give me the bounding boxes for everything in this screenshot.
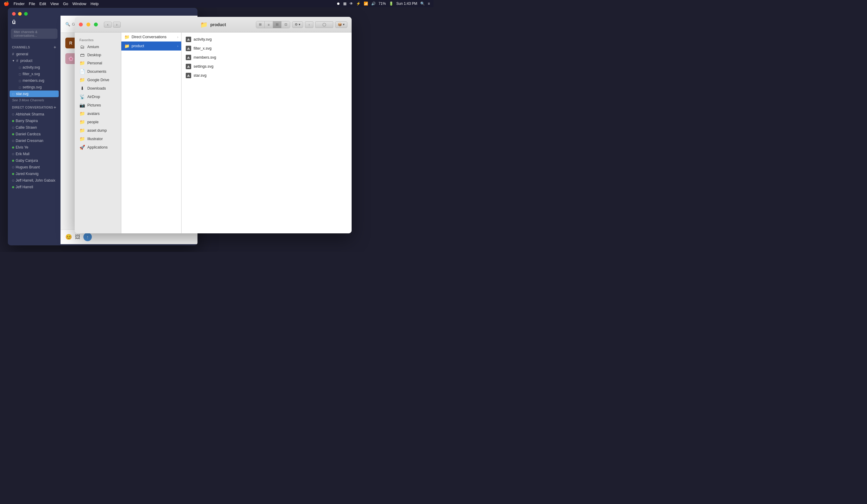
send-button[interactable]: ↑ [83,233,92,241]
menubar-go[interactable]: Go [63,1,68,6]
sidebar-item-label: Gaby Canjura [16,158,38,163]
volume-icon: 🔊 [371,1,376,6]
sidebar-item-label: asset dump [87,128,107,133]
sidebar-item-activity-svg[interactable]: ◻ activity.svg [8,64,61,71]
menubar-view[interactable]: View [50,1,59,6]
sidebar-item-airdrop[interactable]: 📡 AirDrop [75,92,121,101]
battery-label: 71% [379,1,386,6]
add-direct-button[interactable]: + [54,105,56,110]
sidebar-item-daniel-c[interactable]: Daniel Cardoza [8,131,61,138]
sidebar-item-jared[interactable]: Jared Kvanvig [8,171,61,177]
finder-close-button[interactable] [79,23,83,26]
sidebar-item-daniel-cr[interactable]: Daniel Cressman [8,138,61,144]
sidebar-item-amium[interactable]: 🗂 Amium [75,43,121,51]
battery-icon: 🔋 [389,1,394,6]
direct-label: DIRECT CONVERSATIONS [12,106,53,109]
list-view-button[interactable]: ≡ [265,21,273,28]
emoji-button[interactable]: 😊 [65,234,72,240]
dropbox-chevron-icon: ▾ [343,23,345,26]
attach-button[interactable]: 🖼 [75,234,81,240]
sidebar-item-illustrator[interactable]: 📁 Illustrator [75,135,121,143]
folder-icon: 📁 [79,77,85,83]
online-status-icon [12,120,14,122]
sort-btn-label: ▾ [299,23,300,26]
finder-forward-button[interactable]: › [113,22,121,28]
svg-file-icon [186,55,191,60]
finder-favorites-sidebar: Favorites 🗂 Amium 🗃 Desktop 📁 Personal 📄… [75,32,121,233]
sidebar-item-people[interactable]: 📁 people [75,118,121,126]
sidebar-item-barry[interactable]: Barry Shapira [8,118,61,124]
dropbox-button[interactable]: 📦 ▾ [335,21,347,28]
minimize-button[interactable] [18,12,22,15]
close-button[interactable] [12,12,16,15]
col-item-direct-conversations[interactable]: 📁 Direct Conversations › [121,32,181,42]
sidebar-item-general[interactable]: # general [8,51,61,57]
search-icon[interactable]: 🔍 [420,1,425,6]
icon-view-button[interactable]: ⊞ [256,21,265,28]
sidebar-item-members-svg[interactable]: ◻ members.svg [8,77,61,84]
menubar-window[interactable]: Window [73,1,86,6]
sidebar-item-hugues[interactable]: Hugues Bruant [8,164,61,171]
sidebar-item-googledrive[interactable]: 📁 Google Drive [75,76,121,84]
sidebar-item-erik[interactable]: Erik Mall [8,151,61,157]
finder-maximize-button[interactable] [94,23,98,26]
sidebar-item-documents[interactable]: 📄 Documents [75,67,121,76]
file-item-members[interactable]: members.svg [182,53,352,62]
sidebar-item-label: Barry Shapira [16,119,38,123]
finder-columns: 📁 Direct Conversations › 📁 product › [121,32,352,233]
sidebar-item-label: people [87,120,99,124]
file-item-filter-x[interactable]: filter_x.svg [182,44,352,53]
file-icon: ◻ [19,86,21,89]
add-channel-button[interactable]: + [54,45,56,50]
finder-minimize-button[interactable] [86,23,90,26]
apple-logo-icon[interactable]: 🍎 [3,1,9,6]
offline-status-icon [12,166,14,168]
sidebar-item-jeff-john[interactable]: Jeff Harrell, John Gabaix [8,177,61,184]
sidebar-item-desktop[interactable]: 🗃 Desktop [75,51,121,59]
filter-search[interactable]: filter channels & conversations... [11,29,57,39]
file-item-activity[interactable]: activity.svg [182,35,352,44]
menubar-help[interactable]: Help [90,1,99,6]
column-view-button[interactable]: ⊟ [273,21,281,28]
sidebar-item-personal[interactable]: 📁 Personal [75,59,121,67]
sidebar-item-label: Desktop [87,53,101,57]
sidebar-item-jeff[interactable]: Jeff Harrell [8,184,61,190]
sidebar-item-downloads[interactable]: ⬇ Downloads [75,84,121,92]
sidebar-item-label: Documents [87,69,106,74]
sidebar-item-label: Pictures [87,103,101,107]
hash-icon: # [12,52,14,56]
sidebar-item-star-svg[interactable]: ◻ star.svg [10,90,59,97]
folder-icon: 📁 [79,128,85,133]
sidebar-item-callie[interactable]: Callie Strawn [8,124,61,131]
file-name: settings.svg [194,64,213,68]
maximize-button[interactable] [24,12,28,15]
sidebar-item-applications[interactable]: 🚀 Applications [75,143,121,152]
sidebar-item-pictures[interactable]: 📷 Pictures [75,101,121,109]
file-name: members.svg [194,55,216,59]
sidebar-item-abhishek[interactable]: Abhishek Sharma [8,111,61,118]
amium-icon: 🗂 [79,44,85,49]
direct-conversations-section-header: DIRECT CONVERSATIONS + [8,103,61,111]
gallery-view-button[interactable]: ⊡ [281,21,290,28]
sort-button[interactable]: ⚙ ▾ [292,21,303,28]
sidebar-item-settings-svg[interactable]: ◻ settings.svg [8,84,61,90]
col-item-product[interactable]: 📁 product › [121,42,181,51]
menubar-file[interactable]: File [29,1,35,6]
menubar-edit[interactable]: Edit [40,1,46,6]
file-item-settings[interactable]: settings.svg [182,62,352,71]
offline-status-icon [12,140,14,142]
sidebar-item-product[interactable]: ▼ # product [8,57,61,64]
see-more-channels[interactable]: See 3 More Channels [8,97,61,103]
finder-nav-buttons: ‹ › [104,22,121,28]
share-button[interactable]: ↑ [305,21,313,28]
sidebar-item-gaby[interactable]: Gaby Canjura [8,157,61,164]
view-btn-group: ⊞ ≡ ⊟ ⊡ [256,21,290,28]
sidebar-item-filter-x-svg[interactable]: ◻ filter_x.svg [8,71,61,77]
finder-back-button[interactable]: ‹ [104,22,112,28]
sidebar-item-avatars[interactable]: 📁 avatars [75,109,121,118]
sidebar-item-assetdump[interactable]: 📁 asset dump [75,126,121,135]
control-center-icon[interactable]: ≡ [428,1,430,6]
file-item-star[interactable]: star.svg [182,71,352,80]
tag-button[interactable]: ◯ [315,21,333,28]
sidebar-item-elvis[interactable]: Elvis Ye [8,144,61,151]
